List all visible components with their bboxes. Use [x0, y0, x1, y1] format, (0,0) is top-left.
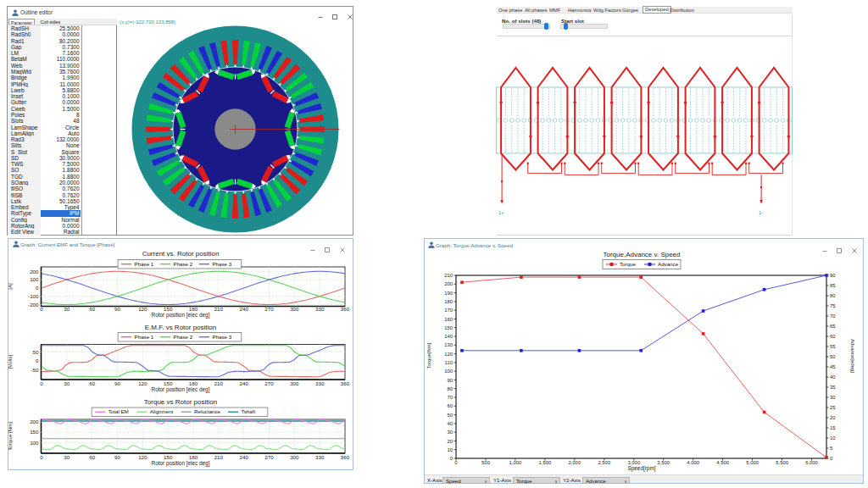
svg-text:120: 120 — [444, 352, 453, 357]
svg-text:50: 50 — [830, 354, 836, 359]
svg-text:Torque: Torque — [620, 261, 636, 267]
svg-text:0: 0 — [40, 380, 43, 386]
svg-text:0: 0 — [40, 306, 43, 312]
svg-text:60: 60 — [830, 334, 836, 339]
svg-text:Torque vs Rotor position: Torque vs Rotor position — [144, 398, 217, 406]
svg-text:90: 90 — [830, 273, 836, 278]
svg-text:85: 85 — [830, 283, 836, 288]
svg-text:70: 70 — [830, 313, 836, 319]
svg-text:150: 150 — [30, 429, 39, 435]
svg-text:170: 170 — [444, 308, 453, 313]
svg-text:140: 140 — [444, 334, 453, 339]
svg-text:270: 270 — [264, 380, 274, 386]
svg-text:270: 270 — [264, 454, 274, 460]
svg-text:1,000: 1,000 — [509, 460, 522, 465]
svg-text:100: 100 — [30, 440, 39, 446]
svg-text:Phase 3: Phase 3 — [212, 261, 231, 267]
svg-text:300: 300 — [290, 306, 299, 312]
svg-text:180: 180 — [189, 380, 198, 386]
svg-text:40: 40 — [447, 421, 453, 426]
svg-text:210: 210 — [214, 306, 224, 312]
svg-text:25: 25 — [830, 405, 836, 410]
svg-text:0: 0 — [36, 358, 39, 363]
svg-text:330: 330 — [315, 454, 325, 460]
svg-text:200: 200 — [444, 281, 453, 286]
svg-text:30: 30 — [64, 306, 70, 312]
svg-text:3,500: 3,500 — [657, 460, 670, 465]
svg-text:35: 35 — [830, 385, 836, 390]
svg-text:240: 240 — [240, 380, 249, 386]
svg-text:60: 60 — [89, 454, 95, 460]
svg-text:30: 30 — [447, 430, 453, 435]
svg-text:Torque,Advance v. Speed: Torque,Advance v. Speed — [603, 251, 680, 258]
svg-text:80: 80 — [830, 293, 836, 298]
svg-text:20: 20 — [447, 439, 453, 444]
svg-text:130: 130 — [444, 342, 453, 347]
svg-text:Phase 2: Phase 2 — [174, 261, 193, 267]
svg-text:Phase 1: Phase 1 — [135, 334, 154, 340]
svg-text:-200: -200 — [28, 302, 39, 308]
svg-text:100: 100 — [444, 369, 453, 374]
svg-text:55: 55 — [830, 344, 836, 349]
svg-text:270: 270 — [264, 306, 274, 312]
svg-text:360: 360 — [341, 306, 350, 312]
svg-text:70: 70 — [447, 395, 453, 400]
svg-text:10: 10 — [447, 447, 453, 452]
svg-text:0: 0 — [450, 456, 453, 461]
svg-text:10: 10 — [830, 435, 836, 441]
svg-text:50: 50 — [447, 413, 453, 418]
svg-text:240: 240 — [240, 306, 249, 312]
svg-text:Rotor position [elec deg]: Rotor position [elec deg] — [152, 386, 210, 393]
svg-text:160: 160 — [444, 317, 453, 322]
svg-text:110: 110 — [445, 360, 453, 365]
svg-text:190: 190 — [444, 291, 453, 296]
svg-text:240: 240 — [240, 454, 249, 460]
svg-text:60: 60 — [447, 403, 453, 408]
svg-text:Torque [Nm]: Torque [Nm] — [8, 422, 13, 451]
svg-text:Tshaft: Tshaft — [242, 408, 256, 414]
svg-text:-50: -50 — [31, 367, 40, 373]
svg-text:0: 0 — [40, 454, 43, 460]
svg-text:30: 30 — [64, 454, 70, 460]
svg-text:60: 60 — [89, 306, 95, 312]
svg-text:5,000: 5,000 — [746, 460, 759, 465]
svg-text:0: 0 — [454, 460, 458, 465]
svg-text:2,000: 2,000 — [568, 460, 581, 465]
svg-text:200: 200 — [30, 269, 39, 274]
svg-text:E.M.F. vs Rotor position: E.M.F. vs Rotor position — [145, 324, 216, 331]
svg-text:120: 120 — [138, 306, 147, 312]
svg-text:20: 20 — [830, 415, 836, 420]
svg-text:150: 150 — [164, 454, 173, 460]
svg-text:360: 360 — [341, 380, 350, 386]
svg-text:Rotor position [elec deg]: Rotor position [elec deg] — [152, 312, 210, 319]
svg-text:15: 15 — [830, 425, 836, 430]
svg-text:-100: -100 — [28, 293, 39, 299]
svg-text:4,000: 4,000 — [687, 460, 699, 465]
svg-text:500: 500 — [481, 460, 491, 465]
svg-text:4,500: 4,500 — [716, 460, 729, 465]
svg-text:Alignment: Alignment — [150, 408, 174, 414]
svg-text:180: 180 — [444, 299, 453, 304]
svg-text:Reluctance: Reluctance — [194, 408, 221, 414]
svg-text:1,500: 1,500 — [539, 460, 552, 465]
svg-text:5: 5 — [830, 446, 833, 451]
svg-text:45: 45 — [830, 364, 836, 369]
svg-text:330: 330 — [315, 380, 325, 386]
svg-text:5,500: 5,500 — [776, 460, 788, 465]
svg-text:150: 150 — [164, 380, 173, 386]
svg-text:Advance: Advance — [658, 261, 679, 267]
svg-text:90: 90 — [114, 380, 120, 386]
svg-text:90: 90 — [114, 306, 120, 312]
svg-text:1+: 1+ — [498, 210, 504, 215]
svg-text:90: 90 — [447, 378, 453, 383]
svg-text:150: 150 — [444, 325, 453, 330]
svg-text:Phase 3: Phase 3 — [212, 334, 231, 340]
svg-text:300: 300 — [290, 454, 299, 460]
svg-text:100: 100 — [30, 276, 39, 282]
svg-text:360: 360 — [341, 454, 350, 460]
svg-text:210: 210 — [444, 273, 453, 278]
svg-text:2,500: 2,500 — [598, 460, 610, 465]
svg-text:1-: 1- — [759, 210, 763, 215]
svg-text:65: 65 — [830, 324, 836, 329]
svg-text:75: 75 — [830, 303, 836, 308]
